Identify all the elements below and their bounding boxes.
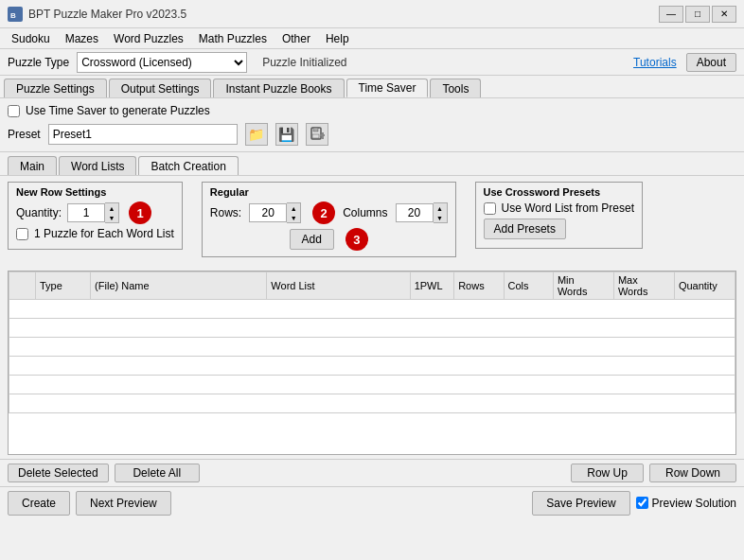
new-row-settings-box: New Row Settings Quantity: ▲ ▼ 1 1 Puzzl…	[8, 182, 183, 250]
delete-all-button[interactable]: Delete All	[115, 464, 200, 482]
save-button[interactable]: 💾	[275, 123, 298, 146]
col-header-min-words: MinWords	[553, 272, 613, 300]
col-header-checkbox	[9, 272, 36, 300]
use-time-saver-checkbox[interactable]	[8, 105, 20, 117]
menu-bar: Sudoku Mazes Word Puzzles Math Puzzles O…	[0, 28, 744, 49]
columns-input[interactable]	[396, 203, 434, 222]
use-word-list-from-preset-checkbox[interactable]	[484, 202, 496, 215]
quantity-label: Quantity:	[16, 206, 62, 219]
columns-down-arrow[interactable]: ▼	[434, 213, 447, 222]
col-header-1pwl: 1PWL	[410, 272, 454, 300]
puzzle-type-label: Puzzle Type	[8, 56, 69, 69]
col-header-quantity: Quantity	[674, 272, 735, 300]
svg-rect-6	[320, 134, 325, 136]
tab-output-settings[interactable]: Output Settings	[109, 79, 212, 97]
inner-tab-word-lists[interactable]: Word Lists	[59, 156, 136, 175]
create-button[interactable]: Create	[8, 491, 70, 516]
badge-2: 2	[312, 201, 335, 224]
toolbar-row: Puzzle Type Crossword (Licensed) Puzzle …	[0, 49, 744, 76]
next-preview-button[interactable]: Next Preview	[76, 491, 171, 516]
menu-other[interactable]: Other	[275, 30, 318, 47]
preview-solution-checkbox[interactable]	[636, 497, 648, 509]
tab-time-saver[interactable]: Time Saver	[346, 79, 429, 97]
save-preview-button[interactable]: Save Preview	[532, 491, 629, 516]
empty-row-4	[9, 357, 735, 376]
badge-1: 1	[129, 201, 151, 224]
puzzle-per-word-list-label: 1 Puzzle for Each Word List	[34, 227, 174, 240]
use-time-saver-label: Use Time Saver to generate Puzzles	[26, 104, 210, 117]
open-folder-button[interactable]: 📁	[245, 123, 268, 146]
row-up-button[interactable]: Row Up	[571, 464, 644, 482]
tutorials-link[interactable]: Tutorials	[629, 54, 681, 71]
puzzle-type-select[interactable]: Crossword (Licensed)	[77, 52, 247, 73]
columns-label: Columns	[343, 206, 387, 219]
menu-help[interactable]: Help	[318, 30, 357, 47]
inner-tab-main[interactable]: Main	[8, 156, 57, 175]
tab-instant-puzzle-books[interactable]: Instant Puzzle Books	[213, 79, 344, 97]
rows-down-arrow[interactable]: ▼	[287, 213, 300, 222]
empty-row-3	[9, 338, 735, 357]
badge-3: 3	[345, 228, 368, 251]
bottom-buttons-row: Delete Selected Delete All Row Up Row Do…	[0, 459, 744, 486]
save-icon: 💾	[278, 127, 294, 142]
col-header-name: (File) Name	[91, 272, 267, 300]
folder-icon: 📁	[248, 127, 264, 142]
preview-solution-label: Preview Solution	[652, 497, 736, 510]
batch-table-container: Type (File) Name Word List 1PWL Rows Col…	[8, 271, 736, 455]
batch-table: Type (File) Name Word List 1PWL Rows Col…	[9, 271, 735, 413]
quantity-spinner: ▲ ▼	[67, 202, 119, 223]
quantity-up-arrow[interactable]: ▲	[105, 203, 118, 213]
footer-bar: Create Next Preview Save Preview Preview…	[0, 486, 744, 518]
window-controls: — □ ✕	[659, 6, 736, 23]
preview-solution-row: Preview Solution	[636, 497, 736, 510]
puzzle-initialized-label: Puzzle Initialized	[262, 56, 346, 69]
regular-settings-box: Regular Rows: ▲ ▼ 2 Columns ▲ ▼	[202, 182, 456, 257]
svg-rect-4	[312, 134, 319, 138]
empty-row-5	[9, 376, 735, 394]
title-bar: B BPT Puzzle Maker Pro v2023.5 — □ ✕	[0, 0, 744, 28]
col-header-type: Type	[35, 272, 90, 300]
new-row-settings-title: New Row Settings	[16, 186, 174, 198]
rows-spinner: ▲ ▼	[249, 202, 301, 223]
columns-up-arrow[interactable]: ▲	[434, 203, 447, 213]
crossword-presets-title: Use Crossword Presets	[484, 186, 634, 198]
quantity-input[interactable]	[67, 203, 105, 222]
batch-panel: New Row Settings Quantity: ▲ ▼ 1 1 Puzzl…	[0, 176, 744, 267]
menu-mazes[interactable]: Mazes	[58, 30, 106, 47]
puzzle-per-word-list-checkbox[interactable]	[16, 228, 28, 240]
minimize-button[interactable]: —	[659, 6, 683, 23]
inner-tab-batch-creation[interactable]: Batch Creation	[138, 156, 238, 175]
col-header-rows: Rows	[454, 272, 504, 300]
app-title: BPT Puzzle Maker Pro v2023.5	[28, 8, 186, 21]
empty-row-6	[9, 394, 735, 413]
time-saver-content: Use Time Saver to generate Puzzles Prese…	[0, 98, 744, 152]
rows-up-arrow[interactable]: ▲	[287, 203, 300, 213]
save-as-icon	[310, 126, 325, 144]
col-header-max-words: MaxWords	[613, 272, 674, 300]
settings-tabs-row: Puzzle Settings Output Settings Instant …	[0, 76, 744, 98]
use-word-list-from-preset-label: Use Word List from Preset	[502, 201, 634, 215]
empty-row-1	[9, 300, 735, 319]
tab-tools[interactable]: Tools	[430, 79, 481, 97]
add-button[interactable]: Add	[290, 229, 334, 250]
quantity-down-arrow[interactable]: ▼	[105, 213, 118, 222]
row-down-button[interactable]: Row Down	[649, 464, 736, 482]
inner-tabs-row: Main Word Lists Batch Creation	[0, 152, 744, 176]
preset-input[interactable]	[48, 124, 238, 145]
delete-selected-button[interactable]: Delete Selected	[8, 464, 109, 482]
menu-word-puzzles[interactable]: Word Puzzles	[106, 30, 191, 47]
menu-sudoku[interactable]: Sudoku	[4, 30, 58, 47]
menu-math-puzzles[interactable]: Math Puzzles	[191, 30, 275, 47]
batch-table-body	[9, 300, 735, 413]
col-header-cols: Cols	[504, 272, 553, 300]
close-button[interactable]: ✕	[712, 6, 736, 23]
maximize-button[interactable]: □	[685, 6, 710, 23]
tab-puzzle-settings[interactable]: Puzzle Settings	[4, 79, 107, 97]
app-icon: B	[8, 7, 23, 22]
add-presets-button[interactable]: Add Presets	[484, 219, 566, 239]
rows-label: Rows:	[210, 206, 241, 219]
about-button[interactable]: About	[686, 53, 736, 72]
columns-spinner: ▲ ▼	[396, 202, 448, 223]
rows-input[interactable]	[249, 203, 287, 222]
save-as-button[interactable]	[306, 123, 328, 146]
